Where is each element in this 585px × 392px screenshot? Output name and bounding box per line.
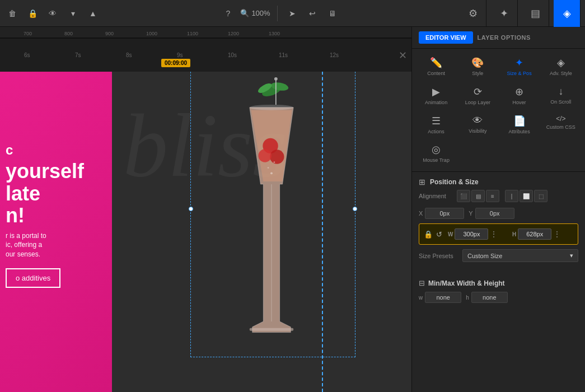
xy-row: X Y (419, 208, 578, 219)
align-top-button[interactable]: | (505, 190, 518, 202)
min-max-title: Min/Max Width & Height (428, 279, 505, 287)
align-right-button[interactable]: ≡ (486, 190, 499, 202)
undo-icon[interactable]: ↩ (305, 6, 320, 21)
left-preview-panel: c yourselflaten! r is a portal toic, off… (0, 38, 112, 392)
timeline-mark-10s: 10s (228, 52, 237, 58)
device-icon[interactable]: 🖥 (325, 6, 340, 21)
on-scroll-label: On Scroll (550, 99, 571, 105)
svg-point-8 (258, 149, 272, 162)
svg-point-5 (250, 105, 293, 110)
panel-mouse-trap-icon[interactable]: ◎ Mouse Trap (416, 140, 456, 167)
addons-tab-icon[interactable]: ◈ (554, 0, 581, 27)
panel-content-icon[interactable]: ✏️ Content (416, 53, 456, 80)
ruler-mark: 1100 (186, 31, 227, 36)
settings-tab-icon[interactable]: ⚙ (460, 0, 486, 27)
position-size-section-header[interactable]: ⊞ Position & Size (412, 172, 585, 190)
cocktail-image[interactable] (216, 72, 327, 352)
delete-icon[interactable]: 🗑 (4, 6, 20, 21)
min-max-section: ⊟ Min/Max Width & Height w h (412, 274, 585, 307)
cursor-icon[interactable]: ➤ (284, 6, 300, 21)
actions-label: Actions (428, 129, 444, 135)
collapse-icon[interactable]: ▲ (85, 6, 101, 21)
x-input[interactable] (425, 208, 464, 219)
help-icon[interactable]: ? (220, 6, 236, 21)
editor-view-button[interactable]: EDITOR VIEW (419, 31, 473, 44)
ruler-mark: 1300 (268, 31, 308, 36)
panel-adv-style-icon[interactable]: ◈ Adv. Style (541, 53, 581, 80)
panel-size-pos-icon[interactable]: ✦ Size & Pos (500, 53, 539, 80)
selection-handle-right[interactable] (353, 207, 357, 211)
ruler-numbers: 700 800 900 1000 1100 1200 1300 (0, 27, 411, 38)
layers-tab-icon[interactable]: ▤ (522, 0, 549, 27)
y-field: Y (469, 208, 514, 219)
ruler-mark: 1000 (145, 31, 186, 36)
min-max-header[interactable]: ⊟ Min/Max Width & Height (419, 279, 578, 287)
attributes-icon: 📄 (513, 115, 526, 127)
panel-actions-icon[interactable]: ☰ Actions (416, 111, 456, 138)
width-input[interactable] (455, 228, 488, 240)
min-height-input[interactable] (471, 292, 508, 303)
x-label: X (419, 210, 423, 217)
preview-body: r is a portal toic, offering aour senses… (6, 231, 106, 259)
width-label: W (448, 231, 453, 237)
min-width-label: w (419, 295, 423, 301)
svg-point-4 (274, 77, 278, 81)
y-input[interactable] (475, 208, 514, 219)
timeline-mark-9s: 9s (177, 52, 183, 58)
timeline-mark-11s: 11s (279, 52, 288, 58)
height-field: H ⋮ (512, 228, 573, 240)
position-size-title: Position & Size (430, 178, 479, 186)
timeline-playhead[interactable]: 00:09:00 (161, 59, 190, 67)
adv-style-icon: ◈ (557, 57, 565, 69)
custom-css-icon: </> (556, 115, 565, 123)
lock-aspect-icon[interactable]: 🔒 (424, 230, 433, 239)
timeline: 6s 7s 8s 9s 00:09:00 10s 11s 12s ✕ (0, 38, 411, 72)
align-left-button[interactable]: ⬛ (457, 190, 470, 202)
panel-on-scroll-icon[interactable]: ↓ On Scroll (541, 82, 581, 109)
panel-animation-icon[interactable]: ▶ Animation (416, 82, 456, 109)
svg-point-7 (270, 150, 284, 164)
size-presets-select[interactable]: Custom Size ▾ (462, 249, 578, 262)
dropdown-icon[interactable]: ▾ (65, 6, 81, 21)
timeline-mark-12s: 12s (330, 52, 339, 58)
panel-visibility-icon[interactable]: 👁 Visibility (458, 111, 497, 138)
position-size-icon: ⊞ (419, 178, 425, 186)
timeline-marks: 6s 7s 8s 9s 00:09:00 10s 11s 12s (4, 39, 396, 72)
align-center-v-button[interactable]: ⬜ (520, 190, 533, 202)
timeline-close-button[interactable]: ✕ (399, 49, 407, 62)
min-max-icon: ⊟ (419, 279, 425, 287)
min-width-input[interactable] (425, 292, 461, 303)
height-input[interactable] (518, 228, 551, 240)
panel-custom-css-icon[interactable]: </> Custom CSS (541, 111, 581, 138)
canvas-area: 700 800 900 1000 1100 1200 1300 c yourse… (0, 27, 411, 392)
timeline-mark-8s: 8s (126, 52, 132, 58)
panel-style-icon[interactable]: 🎨 Style (458, 53, 497, 80)
animation-icon: ▶ (432, 86, 440, 98)
canvas-center[interactable]: bliss (112, 38, 411, 392)
panel-attributes-icon[interactable]: 📄 Attributes (500, 111, 539, 138)
panel-hover-icon[interactable]: ⊕ Hover (500, 82, 539, 109)
animation-label: Animation (425, 100, 447, 106)
attributes-label: Attributes (509, 129, 530, 135)
lock-icon[interactable]: 🔒 (25, 6, 40, 21)
layer-options-label: LAYER OPTIONS (478, 34, 531, 41)
selection-handle-left[interactable] (189, 207, 193, 211)
mouse-trap-label: Mouse Trap (423, 157, 450, 164)
width-options-icon[interactable]: ⋮ (490, 230, 498, 239)
ruler-mark: 900 (104, 31, 145, 36)
height-options-icon[interactable]: ⋮ (553, 230, 561, 239)
size-presets-label: Size Presets (419, 253, 458, 259)
reset-size-icon[interactable]: ↺ (436, 230, 442, 239)
svg-point-11 (268, 167, 269, 169)
layout-tab-icon[interactable]: ✦ (491, 0, 518, 27)
align-bottom-button[interactable]: ⬚ (534, 190, 547, 202)
preview-button[interactable]: o additives (6, 268, 60, 288)
panel-loop-layer-icon[interactable]: ⟳ Loop Layer (458, 82, 497, 109)
ruler-mark: 700 (22, 31, 63, 36)
preview-headline: yourselflaten! (6, 160, 106, 227)
align-center-h-button[interactable]: ▤ (471, 190, 485, 202)
visibility-toggle-icon[interactable]: 👁 (45, 6, 60, 21)
visibility-label: Visibility (469, 128, 486, 134)
adv-style-label: Adv. Style (550, 71, 572, 77)
main-area: 700 800 900 1000 1100 1200 1300 c yourse… (0, 27, 585, 392)
